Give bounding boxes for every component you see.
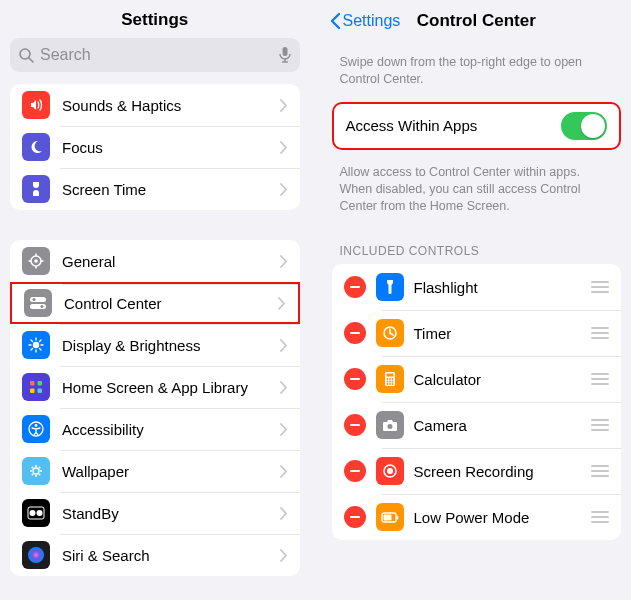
chevron-right-icon — [280, 99, 288, 112]
svg-point-54 — [391, 383, 393, 385]
page-title: Settings — [0, 0, 310, 38]
svg-point-36 — [39, 467, 41, 469]
svg-point-41 — [37, 510, 43, 516]
settings-group-1: Sounds & Haptics Focus Screen Time — [10, 84, 300, 210]
remove-button[interactable] — [344, 460, 366, 482]
row-label: StandBy — [62, 505, 280, 522]
settings-row-wallpaper[interactable]: Wallpaper — [10, 450, 300, 492]
control-label: Flashlight — [414, 279, 592, 296]
control-label: Timer — [414, 325, 592, 342]
remove-button[interactable] — [344, 368, 366, 390]
remove-button[interactable] — [344, 276, 366, 298]
svg-point-52 — [386, 383, 388, 385]
svg-point-49 — [386, 381, 388, 383]
chevron-right-icon — [280, 549, 288, 562]
settings-row-screen-time[interactable]: Screen Time — [10, 168, 300, 210]
row-label: General — [62, 253, 280, 270]
access-help-text: Allow access to Control Center within ap… — [322, 150, 632, 229]
settings-row-accessibility[interactable]: Accessibility — [10, 408, 300, 450]
camera-icon — [376, 411, 404, 439]
control-label: Camera — [414, 417, 592, 434]
control-row-camera[interactable]: Camera — [332, 402, 622, 448]
svg-line-22 — [31, 349, 33, 351]
control-label: Screen Recording — [414, 463, 592, 480]
settings-row-focus[interactable]: Focus — [10, 126, 300, 168]
focus-icon — [22, 133, 50, 161]
home-screen-icon — [22, 373, 50, 401]
control-row-low-power-mode[interactable]: Low Power Mode — [332, 494, 622, 540]
row-label: Wallpaper — [62, 463, 280, 480]
row-label: Accessibility — [62, 421, 280, 438]
sounds-haptics-icon — [22, 91, 50, 119]
svg-rect-27 — [38, 389, 43, 394]
search-input[interactable]: Search — [10, 38, 300, 72]
chevron-right-icon — [280, 507, 288, 520]
control-row-calculator[interactable]: Calculator — [332, 356, 622, 402]
settings-row-sounds-haptics[interactable]: Sounds & Haptics — [10, 84, 300, 126]
settings-row-display-brightness[interactable]: Display & Brightness — [10, 324, 300, 366]
drag-handle-icon[interactable] — [591, 327, 609, 339]
svg-point-30 — [33, 468, 39, 474]
wallpaper-icon — [22, 457, 50, 485]
remove-button[interactable] — [344, 506, 366, 528]
control-center-pane: Settings Control Center Swipe down from … — [316, 0, 632, 600]
svg-point-37 — [32, 474, 34, 476]
intro-text: Swipe down from the top-right edge to op… — [322, 40, 632, 102]
settings-row-home-screen[interactable]: Home Screen & App Library — [10, 366, 300, 408]
settings-pane: Settings Search Sounds & Haptics Focus — [0, 0, 316, 600]
svg-rect-60 — [396, 515, 398, 519]
back-button[interactable]: Settings — [330, 12, 401, 30]
chevron-right-icon — [280, 339, 288, 352]
back-label: Settings — [343, 12, 401, 30]
flashlight-icon — [376, 273, 404, 301]
included-controls-title: INCLUDED CONTROLS — [322, 228, 632, 264]
drag-handle-icon[interactable] — [591, 373, 609, 385]
access-within-apps-switch[interactable] — [561, 112, 607, 140]
chevron-right-icon — [280, 255, 288, 268]
chevron-right-icon — [278, 297, 286, 310]
drag-handle-icon[interactable] — [591, 419, 609, 431]
access-within-apps-row[interactable]: Access Within Apps — [334, 104, 620, 148]
row-label: Siri & Search — [62, 547, 280, 564]
screen-recording-icon — [376, 457, 404, 485]
timer-icon — [376, 319, 404, 347]
svg-rect-59 — [383, 514, 391, 520]
row-label: Screen Time — [62, 181, 280, 198]
settings-row-control-center[interactable]: Control Center — [10, 282, 300, 324]
svg-point-6 — [34, 259, 38, 263]
settings-row-standby[interactable]: StandBy — [10, 492, 300, 534]
drag-handle-icon[interactable] — [591, 511, 609, 523]
control-row-timer[interactable]: Timer — [332, 310, 622, 356]
settings-row-general[interactable]: General — [10, 240, 300, 282]
control-row-screen-recording[interactable]: Screen Recording — [332, 448, 622, 494]
remove-button[interactable] — [344, 322, 366, 344]
svg-point-29 — [35, 424, 38, 427]
row-label: Home Screen & App Library — [62, 379, 280, 396]
drag-handle-icon[interactable] — [591, 281, 609, 293]
svg-rect-2 — [282, 47, 287, 56]
svg-point-35 — [32, 467, 34, 469]
svg-point-57 — [387, 468, 393, 474]
svg-line-1 — [29, 58, 33, 62]
svg-point-47 — [389, 378, 391, 380]
svg-point-46 — [386, 378, 388, 380]
row-label: Control Center — [64, 295, 278, 312]
toggle-label: Access Within Apps — [346, 117, 562, 134]
remove-button[interactable] — [344, 414, 366, 436]
settings-row-siri-search[interactable]: Siri & Search — [10, 534, 300, 576]
search-container: Search — [0, 38, 310, 82]
svg-point-55 — [387, 424, 392, 429]
row-label: Sounds & Haptics — [62, 97, 280, 114]
row-label: Display & Brightness — [62, 337, 280, 354]
display-brightness-icon — [22, 331, 50, 359]
svg-line-21 — [40, 349, 42, 351]
drag-handle-icon[interactable] — [591, 465, 609, 477]
mic-icon[interactable] — [274, 46, 292, 64]
svg-point-50 — [389, 381, 391, 383]
row-label: Focus — [62, 139, 280, 156]
svg-point-14 — [40, 305, 43, 308]
svg-rect-45 — [386, 374, 393, 377]
svg-point-48 — [391, 378, 393, 380]
control-row-flashlight[interactable]: Flashlight — [332, 264, 622, 310]
svg-point-31 — [35, 465, 37, 467]
